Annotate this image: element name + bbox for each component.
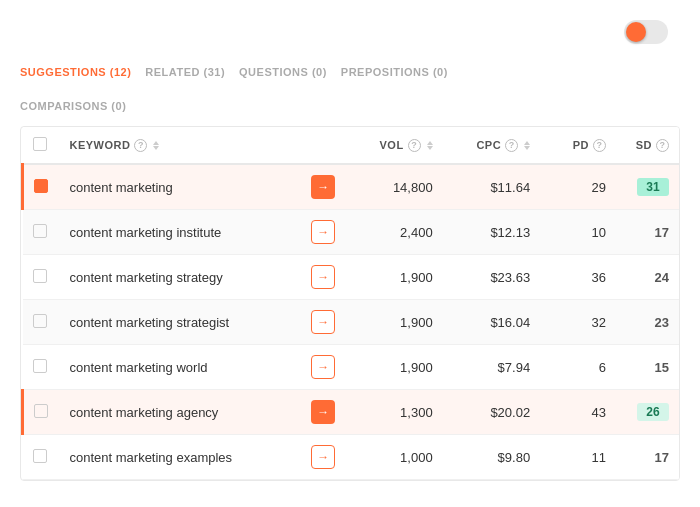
vol-info-icon[interactable]: ? bbox=[408, 139, 421, 152]
table-row: content marketing world→1,900$7.94615 bbox=[23, 345, 680, 390]
vol-value: 2,400 bbox=[343, 210, 441, 255]
row-checkbox[interactable] bbox=[33, 269, 47, 283]
vol-value: 1,300 bbox=[343, 390, 441, 435]
keyword-arrow-button[interactable]: → bbox=[311, 400, 335, 424]
keyword-arrow-button[interactable]: → bbox=[311, 220, 335, 244]
keyword-text: content marketing agency bbox=[70, 405, 304, 420]
sd-value: 17 bbox=[614, 210, 679, 255]
pd-info-icon[interactable]: ? bbox=[593, 139, 606, 152]
toggle-track[interactable] bbox=[624, 20, 668, 44]
vol-value: 1,900 bbox=[343, 300, 441, 345]
tab-comparisons[interactable]: COMPARISONS (0) bbox=[20, 96, 140, 116]
sd-value: 17 bbox=[614, 435, 679, 480]
row-checkbox[interactable] bbox=[34, 404, 48, 418]
table-row: content marketing institute→2,400$12.131… bbox=[23, 210, 680, 255]
col-header-pd: PD ? bbox=[538, 127, 614, 164]
cpc-value: $7.94 bbox=[441, 345, 539, 390]
col-header-vol: VOL ? bbox=[343, 127, 441, 164]
sd-value: 15 bbox=[614, 345, 679, 390]
keyword-info-icon[interactable]: ? bbox=[134, 139, 147, 152]
pd-value: 43 bbox=[538, 390, 614, 435]
tabs-row1: SUGGESTIONS (12) RELATED (31) QUESTIONS … bbox=[20, 62, 680, 82]
keyword-text: content marketing strategist bbox=[70, 315, 304, 330]
cpc-value: $12.13 bbox=[441, 210, 539, 255]
table-row: content marketing strategy→1,900$23.6336… bbox=[23, 255, 680, 300]
cpc-sort-arrows[interactable] bbox=[524, 141, 530, 150]
pd-value: 36 bbox=[538, 255, 614, 300]
row-checkbox[interactable] bbox=[33, 359, 47, 373]
col-header-cpc: CPC ? bbox=[441, 127, 539, 164]
table-row: content marketing examples→1,000$9.80111… bbox=[23, 435, 680, 480]
cpc-value: $20.02 bbox=[441, 390, 539, 435]
toggle-switch[interactable] bbox=[624, 20, 668, 44]
col-header-keyword: KEYWORD ? bbox=[62, 127, 344, 164]
pd-value: 11 bbox=[538, 435, 614, 480]
pd-value: 6 bbox=[538, 345, 614, 390]
keyword-arrow-button[interactable]: → bbox=[311, 310, 335, 334]
row-checkbox[interactable] bbox=[33, 314, 47, 328]
sd-value: 31 bbox=[614, 164, 679, 210]
table-row: content marketing agency→1,300$20.024326 bbox=[23, 390, 680, 435]
tab-suggestions[interactable]: SUGGESTIONS (12) bbox=[20, 62, 145, 82]
toggle-knob bbox=[626, 22, 646, 42]
sd-value: 26 bbox=[614, 390, 679, 435]
cpc-value: $16.04 bbox=[441, 300, 539, 345]
row-checkbox[interactable] bbox=[33, 224, 47, 238]
row-checkbox[interactable] bbox=[34, 179, 48, 193]
sd-value: 24 bbox=[614, 255, 679, 300]
tab-questions[interactable]: QUESTIONS (0) bbox=[239, 62, 341, 82]
keyword-text: content marketing strategy bbox=[70, 270, 304, 285]
keyword-text: content marketing bbox=[70, 180, 304, 195]
vol-value: 1,900 bbox=[343, 255, 441, 300]
keyword-arrow-button[interactable]: → bbox=[311, 355, 335, 379]
cpc-value: $11.64 bbox=[441, 164, 539, 210]
keyword-arrow-button[interactable]: → bbox=[311, 445, 335, 469]
col-header-check bbox=[23, 127, 62, 164]
pd-value: 32 bbox=[538, 300, 614, 345]
select-all-checkbox[interactable] bbox=[33, 137, 47, 151]
pd-value: 29 bbox=[538, 164, 614, 210]
vol-sort-arrows[interactable] bbox=[427, 141, 433, 150]
cpc-value: $23.63 bbox=[441, 255, 539, 300]
keyword-text: content marketing institute bbox=[70, 225, 304, 240]
tabs-row2: COMPARISONS (0) bbox=[20, 96, 680, 116]
table-row: content marketing strategist→1,900$16.04… bbox=[23, 300, 680, 345]
vol-value: 1,000 bbox=[343, 435, 441, 480]
keyword-sort-arrows[interactable] bbox=[153, 141, 159, 150]
keyword-arrow-button[interactable]: → bbox=[311, 175, 335, 199]
pd-value: 10 bbox=[538, 210, 614, 255]
keyword-text: content marketing world bbox=[70, 360, 304, 375]
vol-value: 14,800 bbox=[343, 164, 441, 210]
col-header-sd: SD ? bbox=[614, 127, 679, 164]
table-row: content marketing→14,800$11.642931 bbox=[23, 164, 680, 210]
keyword-arrow-button[interactable]: → bbox=[311, 265, 335, 289]
sd-info-icon[interactable]: ? bbox=[656, 139, 669, 152]
cpc-info-icon[interactable]: ? bbox=[505, 139, 518, 152]
keyword-text: content marketing examples bbox=[70, 450, 304, 465]
cpc-value: $9.80 bbox=[441, 435, 539, 480]
tab-prepositions[interactable]: PREPOSITIONS (0) bbox=[341, 62, 462, 82]
row-checkbox[interactable] bbox=[33, 449, 47, 463]
sd-value: 23 bbox=[614, 300, 679, 345]
vol-value: 1,900 bbox=[343, 345, 441, 390]
keyword-table: KEYWORD ? VOL ? bbox=[20, 126, 680, 481]
tab-related[interactable]: RELATED (31) bbox=[145, 62, 239, 82]
